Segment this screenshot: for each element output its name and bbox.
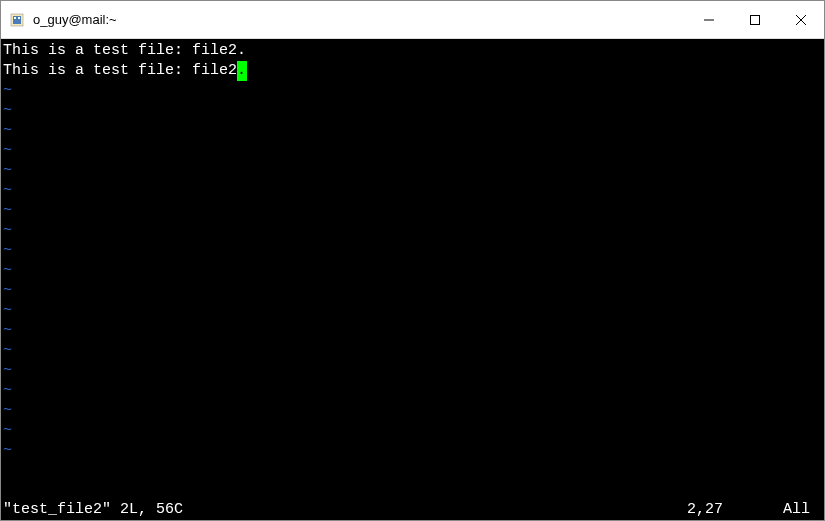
svg-rect-2: [14, 17, 16, 19]
svg-rect-3: [18, 17, 20, 19]
empty-line-marker: ~: [3, 261, 824, 281]
text-line: This is a test file: file2.: [3, 41, 824, 61]
empty-line-marker: ~: [3, 321, 824, 341]
status-position: 2,27: [687, 500, 783, 520]
vim-status-line: "test_file2" 2L, 56C 2,27 All: [3, 500, 822, 520]
empty-line-marker: ~: [3, 421, 824, 441]
empty-line-marker: ~: [3, 201, 824, 221]
empty-line-marker: ~: [3, 181, 824, 201]
empty-line-marker: ~: [3, 381, 824, 401]
window-controls: [686, 1, 824, 38]
line-content: This is a test file: file2: [3, 62, 237, 79]
empty-line-marker: ~: [3, 301, 824, 321]
empty-line-marker: ~: [3, 81, 824, 101]
empty-line-marker: ~: [3, 221, 824, 241]
status-spacer: [183, 500, 687, 520]
empty-line-marker: ~: [3, 101, 824, 121]
window-title: o_guy@mail:~: [33, 12, 686, 27]
status-filename: "test_file2" 2L, 56C: [3, 500, 183, 520]
empty-line-marker: ~: [3, 141, 824, 161]
minimize-button[interactable]: [686, 1, 732, 38]
terminal-window: o_guy@mail:~ This is a test file: file2.…: [0, 0, 825, 521]
empty-line-marker: ~: [3, 361, 824, 381]
line-content: This is a test file: file2.: [3, 42, 246, 59]
empty-line-marker: ~: [3, 281, 824, 301]
empty-line-marker: ~: [3, 241, 824, 261]
titlebar[interactable]: o_guy@mail:~: [1, 1, 824, 39]
empty-line-marker: ~: [3, 121, 824, 141]
empty-line-marker: ~: [3, 441, 824, 461]
empty-line-marker: ~: [3, 401, 824, 421]
empty-line-marker: ~: [3, 341, 824, 361]
status-view: All: [783, 500, 822, 520]
close-button[interactable]: [778, 1, 824, 38]
cursor: .: [237, 61, 247, 81]
terminal-area[interactable]: This is a test file: file2. This is a te…: [1, 39, 824, 520]
svg-rect-5: [751, 15, 760, 24]
empty-line-marker: ~: [3, 161, 824, 181]
text-line: This is a test file: file2.: [3, 61, 824, 81]
app-icon: [9, 12, 25, 28]
maximize-button[interactable]: [732, 1, 778, 38]
